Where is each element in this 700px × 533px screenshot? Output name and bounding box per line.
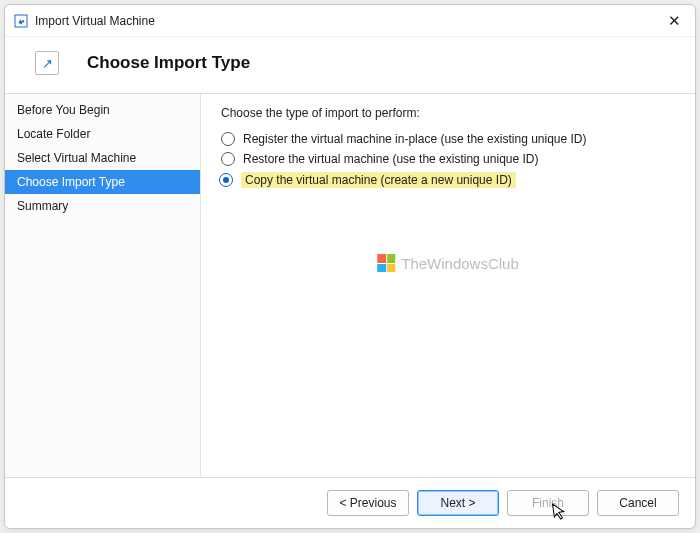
wizard-window: Import Virtual Machine ✕ ↗ Choose Import… <box>4 4 696 529</box>
wizard-footer: < Previous Next > Finish Cancel <box>5 477 695 528</box>
windows-logo-icon <box>377 254 395 272</box>
step-select-vm[interactable]: Select Virtual Machine <box>5 146 200 170</box>
watermark-text: TheWindowsClub <box>401 255 519 272</box>
step-choose-import-type[interactable]: Choose Import Type <box>5 170 200 194</box>
window-title: Import Virtual Machine <box>35 14 155 28</box>
step-locate-folder[interactable]: Locate Folder <box>5 122 200 146</box>
step-sidebar: Before You Begin Locate Folder Select Vi… <box>5 94 201 477</box>
radio-checked-icon <box>219 173 233 187</box>
import-icon: ↗ <box>35 51 59 75</box>
option-register-in-place[interactable]: Register the virtual machine in-place (u… <box>221 130 671 148</box>
finish-button: Finish <box>507 490 589 516</box>
previous-button[interactable]: < Previous <box>327 490 409 516</box>
page-title: Choose Import Type <box>87 53 250 73</box>
close-button[interactable]: ✕ <box>664 12 685 30</box>
option-restore[interactable]: Restore the virtual machine (use the exi… <box>221 150 671 168</box>
cancel-button[interactable]: Cancel <box>597 490 679 516</box>
option-copy[interactable]: Copy the virtual machine (create a new u… <box>221 170 671 190</box>
option-label: Copy the virtual machine (create a new u… <box>241 172 516 188</box>
wizard-body: Before You Begin Locate Folder Select Vi… <box>5 93 695 477</box>
watermark: TheWindowsClub <box>377 254 519 272</box>
wizard-header: ↗ Choose Import Type <box>5 37 695 93</box>
titlebar: Import Virtual Machine ✕ <box>5 5 695 37</box>
option-label: Register the virtual machine in-place (u… <box>243 132 587 146</box>
next-button[interactable]: Next > <box>417 490 499 516</box>
radio-icon <box>221 152 235 166</box>
content-pane: Choose the type of import to perform: Re… <box>201 94 695 477</box>
app-icon <box>13 13 29 29</box>
instruction-text: Choose the type of import to perform: <box>221 106 671 120</box>
option-label: Restore the virtual machine (use the exi… <box>243 152 538 166</box>
radio-icon <box>221 132 235 146</box>
step-summary[interactable]: Summary <box>5 194 200 218</box>
step-before-you-begin[interactable]: Before You Begin <box>5 98 200 122</box>
